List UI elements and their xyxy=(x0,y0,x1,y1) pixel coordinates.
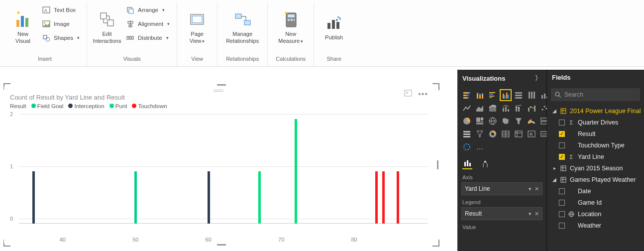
fields-tab-icon[interactable] xyxy=(462,159,472,169)
svg-rect-42 xyxy=(477,93,478,94)
table-cyan-2015[interactable]: ▸ Cyan 2015 Season xyxy=(549,162,642,174)
viz-clustered-column-icon[interactable] xyxy=(500,90,511,101)
chart-visual[interactable]: ••• Count of Result by Yard Line and Res… xyxy=(4,87,433,243)
legend-swatch[interactable] xyxy=(31,104,36,108)
table-games-played-weather[interactable]: ◢ Games Played Weather xyxy=(549,174,642,185)
bar-punt[interactable] xyxy=(258,171,261,224)
viz-slicer-icon[interactable] xyxy=(461,128,472,139)
resize-handle-e[interactable] xyxy=(437,160,438,169)
checkbox[interactable] xyxy=(559,188,565,194)
field-yard-line[interactable]: ✓ Σ Yard Line xyxy=(549,151,642,162)
shapes-button[interactable]: Shapes▾ xyxy=(40,32,82,44)
bar-touchdown[interactable] xyxy=(375,171,378,224)
field-quarter-drives[interactable]: Σ Quarter Drives xyxy=(549,117,642,128)
image-button[interactable]: Image xyxy=(40,18,82,30)
well-remove-icon[interactable]: ✕ xyxy=(535,211,539,217)
fields-search[interactable]: Search xyxy=(551,88,640,101)
legend-swatch[interactable] xyxy=(68,104,73,108)
alignment-button[interactable]: Alignment▾ xyxy=(124,18,172,30)
bar-punt[interactable] xyxy=(295,119,297,224)
format-tab-icon[interactable] xyxy=(480,159,490,169)
viz-arcgis-icon[interactable] xyxy=(461,141,472,152)
expand-icon[interactable]: ▸ xyxy=(552,165,557,171)
expand-icon[interactable]: ◢ xyxy=(552,177,557,182)
viz-waterfall-icon[interactable] xyxy=(526,103,537,114)
svg-point-108 xyxy=(555,92,559,96)
expand-icon[interactable]: ◢ xyxy=(552,108,557,114)
report-canvas[interactable]: ••• Count of Result by Yard Line and Res… xyxy=(0,70,448,249)
new-visual-button[interactable]: ✦ New Visual xyxy=(7,2,39,52)
field-weather[interactable]: Weather xyxy=(549,220,642,231)
field-result[interactable]: ✓ Result xyxy=(549,128,642,139)
bar-interception[interactable] xyxy=(32,171,35,224)
publish-button[interactable]: Publish xyxy=(318,2,350,52)
resize-handle-s[interactable] xyxy=(217,244,226,246)
viz-line-icon[interactable] xyxy=(461,103,472,114)
drag-handle[interactable] xyxy=(214,90,223,92)
viz-clustered-bar-icon[interactable] xyxy=(487,90,498,101)
checkbox[interactable]: ✓ xyxy=(559,154,565,160)
axis-well[interactable]: Yard Line ▾✕ xyxy=(461,182,542,195)
checkbox[interactable] xyxy=(559,120,565,126)
new-measure-button[interactable]: ✦ New Measure▾ xyxy=(272,2,310,52)
chart-plot-area[interactable]: 0124050607080 xyxy=(10,114,428,234)
distribute-button[interactable]: Distribute▾ xyxy=(124,32,172,44)
viz-import-icon[interactable]: … xyxy=(474,141,485,152)
viz-100-stacked-column-icon[interactable] xyxy=(526,90,537,101)
legend-well[interactable]: Result ▾✕ xyxy=(461,207,542,220)
viz-treemap-icon[interactable] xyxy=(474,116,485,126)
checkbox[interactable]: ✓ xyxy=(559,131,565,137)
viz-stacked-bar-icon[interactable] xyxy=(461,90,472,101)
viz-line-stacked-icon[interactable] xyxy=(513,103,524,114)
manage-relationships-button[interactable]: Manage Relationships xyxy=(221,2,263,52)
field-touchdown-type[interactable]: Touchdown Type xyxy=(549,139,642,151)
bar-interception[interactable] xyxy=(208,171,210,224)
legend-swatch[interactable] xyxy=(109,104,114,108)
checkbox[interactable] xyxy=(559,223,565,229)
legend-label[interactable]: Interception xyxy=(74,103,104,109)
focus-mode-icon[interactable] xyxy=(404,90,412,99)
viz-pie-icon[interactable] xyxy=(461,116,472,126)
checkbox[interactable] xyxy=(559,211,565,217)
viz-donut-icon[interactable] xyxy=(487,128,498,139)
viz-stacked-column-icon[interactable] xyxy=(474,90,485,101)
bar-touchdown[interactable] xyxy=(397,171,399,224)
viz-funnel-icon[interactable] xyxy=(513,116,524,126)
more-options-icon[interactable]: ••• xyxy=(418,90,428,99)
checkbox[interactable] xyxy=(559,142,565,148)
field-date[interactable]: Date xyxy=(549,185,642,197)
gridline xyxy=(19,114,428,115)
collapse-pane-icon[interactable]: 〉 xyxy=(535,74,541,83)
legend-label[interactable]: Field Goal xyxy=(37,103,63,109)
field-location[interactable]: Location xyxy=(549,208,642,220)
viz-map-icon[interactable] xyxy=(487,116,498,126)
well-remove-icon[interactable]: ✕ xyxy=(535,186,539,192)
viz-stacked-area-icon[interactable] xyxy=(487,103,498,114)
viz-r-icon[interactable]: R xyxy=(526,128,537,139)
legend-label[interactable]: Punt xyxy=(115,103,127,109)
legend-label[interactable]: Touchdown xyxy=(138,103,167,109)
edit-interactions-button[interactable]: Edit Interactions xyxy=(91,2,123,52)
checkbox[interactable] xyxy=(559,200,565,206)
viz-line-column-icon[interactable] xyxy=(500,103,511,114)
well-dropdown-icon[interactable]: ▾ xyxy=(529,186,532,192)
page-view-button[interactable]: Page View▾ xyxy=(181,2,213,52)
table-2014-power-league[interactable]: ◢ 2014 Power League Final xyxy=(549,105,642,117)
resize-handle-se[interactable] xyxy=(432,240,439,247)
field-game-id[interactable]: Game Id xyxy=(549,197,642,208)
well-dropdown-icon[interactable]: ▾ xyxy=(529,211,532,217)
viz-table-icon[interactable] xyxy=(500,128,511,139)
text-box-button[interactable]: A Text Box xyxy=(40,4,82,16)
resize-handle-n[interactable] xyxy=(217,84,226,86)
viz-slicer-funnel-icon[interactable] xyxy=(474,128,485,139)
viz-100-stacked-bar-icon[interactable] xyxy=(513,90,524,101)
resize-handle-ne[interactable] xyxy=(432,83,439,90)
viz-filled-map-icon[interactable] xyxy=(500,116,511,126)
viz-matrix-icon[interactable] xyxy=(513,128,524,139)
viz-gauge-icon[interactable] xyxy=(526,116,537,126)
legend-swatch[interactable] xyxy=(132,104,136,108)
viz-area-icon[interactable] xyxy=(474,103,485,114)
bar-field-goal[interactable] xyxy=(134,171,137,224)
bar-touchdown[interactable] xyxy=(382,171,385,224)
arrange-button[interactable]: Arrange▾ xyxy=(124,4,172,16)
